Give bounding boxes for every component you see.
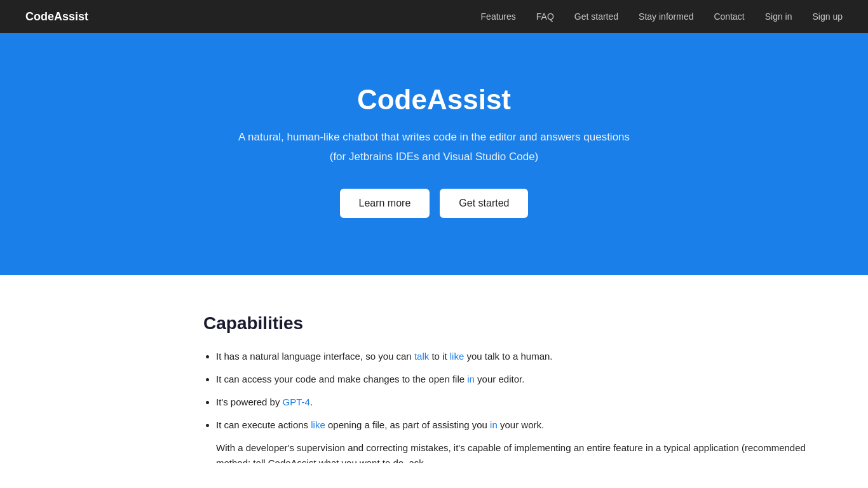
list-item: It can access your code and make changes… (216, 372, 843, 387)
nav-link-sign-up[interactable]: Sign up (813, 11, 843, 22)
list-item: It has a natural language interface, so … (216, 349, 843, 364)
nav-link-features[interactable]: Features (481, 11, 516, 22)
highlight-in: in (467, 374, 475, 384)
capabilities-section: Capabilities It has a natural language i… (0, 275, 868, 488)
list-item: It's powered by GPT-4. (216, 395, 843, 410)
hero-buttons: Learn more Get started (340, 189, 529, 218)
highlight-talk: talk (414, 351, 429, 362)
navbar: CodeAssist Features FAQ Get started Stay… (0, 0, 868, 33)
highlight-in2: in (490, 419, 498, 430)
get-started-button[interactable]: Get started (440, 189, 528, 218)
nav-link-sign-in[interactable]: Sign in (765, 11, 792, 22)
hero-subtitle: A natural, human-like chatbot that write… (238, 128, 630, 146)
hero-title: CodeAssist (357, 84, 511, 116)
list-item: It can execute actions like opening a fi… (216, 417, 843, 433)
highlight-like2: like (311, 419, 325, 430)
highlight-gpt4: GPT-4 (283, 396, 310, 407)
nav-links: Features FAQ Get started Stay informed C… (481, 11, 843, 22)
nav-link-contact[interactable]: Contact (714, 11, 744, 22)
nav-link-stay-informed[interactable]: Stay informed (639, 11, 693, 22)
nav-link-get-started[interactable]: Get started (574, 11, 618, 22)
nav-brand[interactable]: CodeAssist (25, 10, 88, 24)
list-item: With a developer's supervision and corre… (216, 440, 843, 463)
hero-subtitle2: (for Jetbrains IDEs and Visual Studio Co… (330, 151, 539, 163)
capabilities-title: Capabilities (203, 313, 843, 334)
hero-section: CodeAssist A natural, human-like chatbot… (0, 33, 868, 275)
capabilities-list: It has a natural language interface, so … (203, 349, 843, 463)
nav-link-faq[interactable]: FAQ (536, 11, 554, 22)
highlight-like: like (450, 351, 465, 362)
learn-more-button[interactable]: Learn more (340, 189, 430, 218)
